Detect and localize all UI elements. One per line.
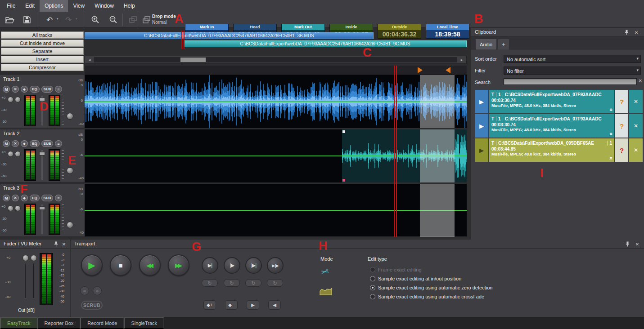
cut-mode-scissors-icon[interactable]: ✂	[320, 266, 330, 278]
collapse-chevron-icon[interactable]: «	[608, 133, 614, 136]
track-3-sub-button[interactable]: SUB	[41, 195, 53, 201]
close-icon[interactable]: ✕	[634, 241, 640, 247]
loop-button-2[interactable]: ↻	[224, 279, 240, 287]
track-1-pan-knob[interactable]	[15, 97, 21, 102]
track-3-fader-handle[interactable]	[39, 206, 45, 210]
clipboard-item-1[interactable]: ▶ T 1 C:\BCSData\FullExport\webDA_07F93A…	[475, 90, 643, 113]
track-2-fader-handle[interactable]	[39, 152, 45, 156]
track-2-eq-button[interactable]: EQ	[30, 140, 40, 147]
track-3-pan-knob[interactable]	[15, 205, 21, 211]
drop-mode-text[interactable]: Drop mode Normal	[152, 13, 176, 25]
track-2-solo-button[interactable]: ✕	[12, 140, 19, 147]
track-3-output-knob[interactable]	[67, 222, 73, 228]
scroll-left-arrow[interactable]: ◂	[86, 57, 93, 63]
loop-button-1[interactable]: ↻	[202, 279, 218, 287]
filter-dropdown[interactable]: No filter ▾	[504, 67, 641, 75]
pin-icon[interactable]	[53, 241, 59, 247]
play-to-mark-button[interactable]: ▶|	[202, 257, 218, 274]
all-tracks-button[interactable]: All tracks	[1, 31, 84, 39]
clipboard-item-3[interactable]: ▶ T C:\BCSData\FullExport\webDA_095DBF65…	[475, 138, 643, 162]
track-3-lane[interactable]	[85, 184, 467, 237]
redo-button[interactable]: ↷	[62, 14, 75, 26]
zoom-in-button[interactable]	[89, 14, 102, 26]
clipboard-item-3-info-button[interactable]: ?	[615, 138, 628, 162]
edit-type-radio-1[interactable]	[370, 276, 375, 281]
collapse-chevron-icon[interactable]: «	[608, 157, 614, 160]
tab-reporter-box[interactable]: Reporter Box	[37, 317, 81, 329]
mark-in-flag-icon[interactable]	[418, 67, 423, 73]
track-3-eq-button[interactable]: EQ	[30, 195, 40, 201]
menu-view[interactable]: View	[68, 0, 90, 12]
loop-button-4[interactable]: ↻	[267, 279, 283, 287]
loop-button-3[interactable]: ↻	[245, 279, 261, 287]
track-1-lane[interactable]	[85, 75, 467, 128]
clipboard-item-1-info-button[interactable]: ?	[615, 90, 628, 113]
close-icon[interactable]: ✕	[633, 30, 639, 36]
track-2-menu-button[interactable]: ≡	[55, 140, 62, 147]
clipboard-item-2-info-button[interactable]: ?	[615, 114, 628, 138]
collapse-chevron-icon[interactable]: «	[608, 108, 614, 111]
edit-type-radio-2[interactable]	[370, 285, 375, 290]
fast-forward-button[interactable]: ▶▶	[168, 254, 189, 276]
fader-handle-left[interactable]	[23, 255, 29, 261]
clipboard-item-3-body[interactable]: T C:\BCSData\FullExport\webDA_095DBF65AE…	[489, 138, 614, 162]
clipboard-item-2-remove-button[interactable]: ✕	[629, 114, 643, 138]
overview-clip-1[interactable]: C:\BCSData\FullExport\webDA_07F93AAADC25…	[85, 32, 374, 39]
track-3-menu-button[interactable]: ≡	[55, 195, 62, 201]
scrollbar-thumb[interactable]	[180, 58, 206, 62]
stop-button[interactable]: ■	[110, 254, 131, 276]
track-2-pan-knob[interactable]	[15, 151, 21, 157]
separate-button[interactable]: Separate	[1, 48, 84, 55]
close-icon[interactable]: ✕	[61, 241, 67, 247]
menu-window[interactable]: Window	[90, 0, 119, 12]
selection-region[interactable]	[420, 184, 455, 237]
tab-audio[interactable]: Audio	[476, 39, 496, 49]
track-1-gain-knob[interactable]	[8, 97, 14, 102]
zoom-out-button[interactable]	[107, 14, 120, 26]
track-3-mute-button[interactable]: M	[3, 195, 10, 201]
clipboard-item-1-body[interactable]: T 1 C:\BCSData\FullExport\webDA_07F93AAA…	[489, 90, 614, 113]
edit-type-option-inout-position[interactable]: Sample exact editing at in/out position	[370, 276, 461, 282]
cut-inside-and-move-button[interactable]: Cut inside and move	[1, 40, 84, 47]
edit-type-option-crossfade[interactable]: Sample exact editing using automatic cro…	[370, 293, 484, 300]
track-1-monitor-button[interactable]: ◆	[21, 86, 28, 93]
add-tab-button[interactable]: +	[498, 39, 509, 49]
scrub-button[interactable]: SCRUB	[81, 301, 103, 310]
tab-easytrack[interactable]: EasyTrack	[0, 317, 37, 329]
play-from-mark-button[interactable]: |▶	[224, 257, 240, 274]
track-2-lane[interactable]	[85, 129, 467, 182]
track-2-gain-knob[interactable]	[8, 151, 14, 157]
scroll-right-arrow[interactable]: ▸	[458, 57, 465, 63]
rewind-button[interactable]: ◀◀	[139, 254, 161, 276]
remove-marker-button[interactable]: ◆−	[225, 300, 238, 310]
tab-record-mode[interactable]: Record Mode	[80, 317, 124, 329]
menu-edit[interactable]: Edit	[20, 0, 40, 12]
menu-file[interactable]: File	[2, 0, 20, 12]
redo-dropdown-caret[interactable]: ▾	[76, 17, 77, 21]
clipboard-item-3-remove-button[interactable]: ✕	[629, 138, 643, 162]
clipboard-item-1-remove-button[interactable]: ✕	[629, 90, 643, 113]
clipboard-item-1-play-button[interactable]: ▶	[475, 90, 488, 113]
skip-back-button[interactable]: «	[80, 286, 89, 295]
clipboard-item-2-body[interactable]: T 1 C:\BCSData\FullExport\webDA_07F93AAA…	[489, 114, 614, 138]
compressor-button[interactable]: Compressor	[1, 64, 84, 71]
undo-dropdown-caret[interactable]: ▾	[57, 17, 59, 21]
add-marker-button[interactable]: ◆+	[203, 300, 216, 310]
clipboard-item-2-play-button[interactable]: ▶	[475, 114, 488, 138]
search-clear-icon[interactable]: ✕	[639, 78, 642, 83]
track-3-solo-button[interactable]: ✕	[12, 195, 19, 201]
track-3-gain-knob[interactable]	[8, 205, 14, 211]
track-1-menu-button[interactable]: ≡	[55, 86, 62, 93]
track-1-eq-button[interactable]: EQ	[30, 86, 40, 93]
drop-mode-button[interactable]	[140, 14, 153, 26]
track-1-output-knob[interactable]	[67, 113, 73, 120]
track-2-monitor-button[interactable]: ◆	[21, 140, 28, 147]
clipboard-item-2[interactable]: ▶ T 1 C:\BCSData\FullExport\webDA_07F93A…	[475, 114, 643, 138]
horizontal-scrollbar[interactable]: ◂ ▸	[85, 56, 467, 64]
edit-type-option-zero-detection[interactable]: Sample exact editing using automatic zer…	[370, 285, 492, 291]
clipboard-item-3-play-button[interactable]: ▶	[475, 138, 488, 162]
tab-singletrack[interactable]: SingleTrack	[124, 317, 164, 329]
undo-button[interactable]: ↶	[43, 14, 56, 26]
skip-forward-button[interactable]: »	[93, 286, 102, 295]
fader-handle-right[interactable]	[31, 255, 37, 261]
